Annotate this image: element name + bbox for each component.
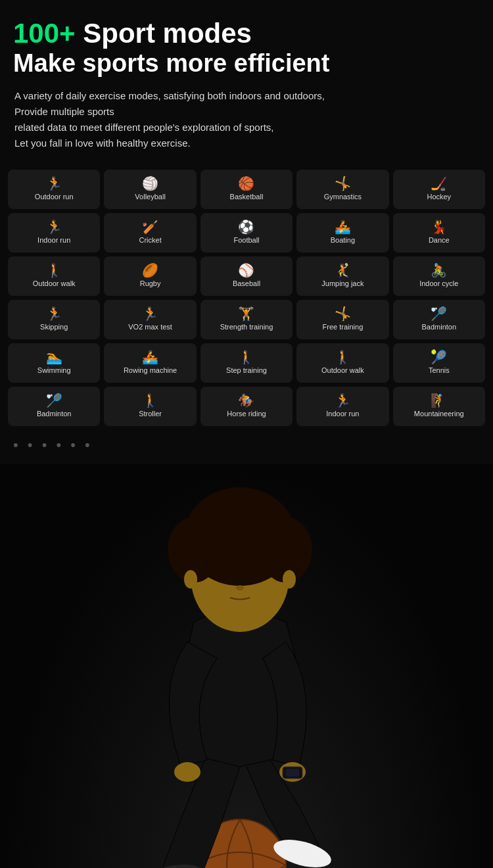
sport-icon-22: 🚶: [238, 350, 254, 364]
sport-icon-26: 🚶: [142, 394, 158, 407]
sport-label-5: Indoor run: [37, 236, 70, 245]
sport-label-9: Dance: [429, 236, 450, 245]
sport-icon-10: 🚶: [46, 264, 62, 277]
sport-cell-19: 🏸Badminton: [393, 300, 485, 339]
sport-cell-3: 🤸Gymnastics: [296, 170, 388, 209]
sport-label-25: Badminton: [37, 410, 72, 418]
sport-label-4: Hockey: [427, 193, 451, 201]
sport-label-6: Cricket: [139, 236, 161, 245]
sport-cell-2: 🏀Basketball: [200, 170, 293, 209]
sport-label-2: Basketball: [230, 193, 264, 201]
sport-cell-0: 🏃Outdoor run: [8, 170, 100, 209]
sport-label-16: VO2 max test: [128, 323, 172, 331]
sport-icon-2: 🏀: [238, 177, 254, 190]
sport-cell-26: 🚶Stroller: [104, 387, 196, 426]
sport-cell-23: 🚶Outdoor walk: [296, 343, 388, 383]
sport-cell-7: ⚽Football: [200, 213, 293, 253]
sport-cell-10: 🚶Outdoor walk: [8, 256, 100, 296]
sport-label-15: Skipping: [40, 323, 68, 331]
sport-icon-3: 🤸: [335, 177, 351, 190]
sport-cell-12: ⚾Baseball: [200, 256, 293, 296]
svg-rect-7: [286, 769, 299, 777]
sport-cell-29: 🧗Mountaineering: [393, 387, 485, 426]
person-background: [0, 464, 493, 868]
sport-label-19: Badminton: [421, 323, 456, 331]
sport-label-23: Outdoor walk: [321, 366, 364, 375]
sport-cell-8: 🚣Boating: [296, 213, 388, 253]
sport-cell-6: 🏏Cricket: [104, 213, 196, 253]
svg-point-16: [220, 570, 231, 579]
sport-icon-21: 🚣: [142, 350, 158, 364]
sport-cell-24: 🎾Tennis: [393, 343, 485, 383]
sport-label-28: Indoor run: [326, 410, 359, 418]
subtitle: A variety of daily exercise modes, satis…: [13, 88, 480, 151]
sport-label-11: Rugby: [140, 279, 161, 288]
sport-cell-17: 🏋Strength training: [200, 300, 293, 339]
sport-cell-1: 🏐Volleyball: [104, 170, 196, 209]
sport-icon-5: 🏃: [46, 220, 62, 233]
sport-cell-20: 🏊Swimming: [8, 343, 100, 383]
sport-icon-13: 🤾: [335, 264, 351, 277]
sport-label-27: Horse riding: [227, 410, 266, 418]
sport-icon-4: 🏒: [431, 177, 447, 190]
sport-label-13: Jumping jack: [321, 279, 364, 288]
sports-grid: 🏃Outdoor run🏐Volleyball🏀Basketball🤸Gymna…: [8, 170, 485, 426]
sports-grid-container: 🏃Outdoor run🏐Volleyball🏀Basketball🤸Gymna…: [0, 158, 493, 426]
sport-icon-27: 🏇: [238, 394, 254, 407]
sport-label-14: Indoor cycle: [419, 279, 458, 288]
sport-icon-7: ⚽: [238, 220, 254, 233]
sport-label-24: Tennis: [429, 366, 450, 375]
person-illustration: [49, 477, 444, 868]
sport-icon-23: 🚶: [335, 350, 351, 364]
more-dots: • • • • • •: [0, 426, 493, 464]
sport-icon-14: 🚴: [431, 264, 447, 277]
sport-cell-5: 🏃Indoor run: [8, 213, 100, 253]
sport-icon-12: ⚾: [238, 264, 254, 277]
sport-icon-15: 🏃: [46, 307, 62, 320]
svg-point-17: [249, 570, 260, 579]
sport-label-10: Outdoor walk: [33, 279, 76, 288]
sport-cell-13: 🤾Jumping jack: [296, 256, 388, 296]
sport-icon-9: 💃: [431, 220, 447, 233]
sport-icon-28: 🏃: [335, 394, 351, 407]
sport-icon-6: 🏏: [142, 220, 158, 233]
sport-icon-25: 🏸: [46, 394, 62, 407]
sport-label-12: Baseball: [233, 279, 260, 288]
sport-label-22: Step training: [226, 366, 267, 375]
sport-label-20: Swimming: [37, 366, 71, 375]
sport-icon-11: 🏉: [142, 264, 158, 277]
sport-cell-16: 🏃VO2 max test: [104, 300, 196, 339]
title-line2: Make sports more efficient: [13, 49, 480, 79]
header-section: 100+ Sport modes Make sports more effici…: [0, 0, 493, 158]
sport-icon-0: 🏃: [46, 177, 62, 190]
sport-cell-25: 🏸Badminton: [8, 387, 100, 426]
svg-point-4: [174, 762, 200, 782]
svg-point-20: [283, 570, 296, 589]
sport-icon-29: 🧗: [431, 394, 447, 407]
sport-label-21: Rowing machine: [124, 366, 177, 375]
sport-icon-20: 🏊: [46, 350, 62, 364]
sport-cell-21: 🚣Rowing machine: [104, 343, 196, 383]
sport-icon-8: 🚣: [335, 220, 351, 233]
svg-point-19: [184, 570, 197, 589]
sport-cell-22: 🚶Step training: [200, 343, 293, 383]
sport-label-7: Football: [233, 236, 259, 245]
sport-label-1: Volleyball: [135, 193, 165, 201]
sport-label-17: Strength training: [220, 323, 273, 331]
sport-cell-18: 🤸Free training: [296, 300, 388, 339]
sport-cell-28: 🏃Indoor run: [296, 387, 388, 426]
person-section: [0, 464, 493, 868]
sport-cell-9: 💃Dance: [393, 213, 485, 253]
sport-label-3: Gymnastics: [324, 193, 362, 201]
sport-cell-4: 🏒Hockey: [393, 170, 485, 209]
sport-label-26: Stroller: [139, 410, 162, 418]
sport-label-8: Boating: [331, 236, 355, 245]
sport-icon-19: 🏸: [431, 307, 447, 320]
sport-cell-27: 🏇Horse riding: [200, 387, 293, 426]
title-accent: 100+: [13, 18, 76, 49]
sport-icon-18: 🤸: [335, 307, 351, 320]
title-part1: Sport modes: [76, 18, 252, 49]
svg-point-15: [210, 497, 270, 537]
sport-cell-11: 🏉Rugby: [104, 256, 196, 296]
sport-label-0: Outdoor run: [35, 193, 74, 201]
